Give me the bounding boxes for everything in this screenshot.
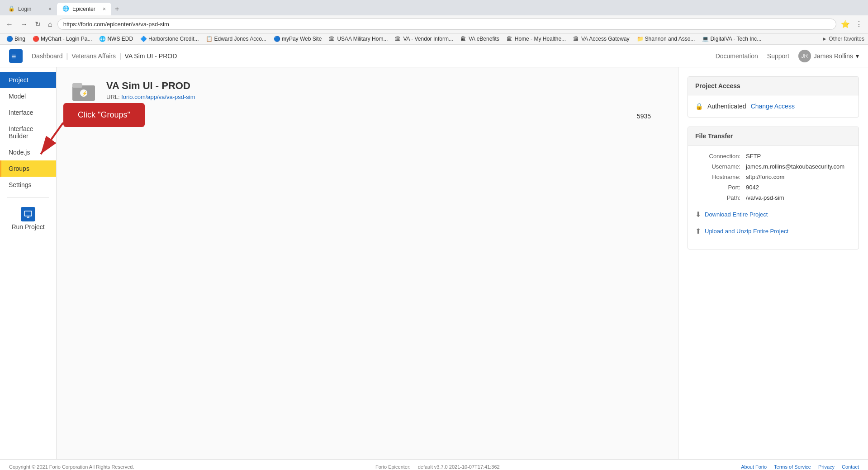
bookmark-usaa-label: USAA Military Hom... xyxy=(337,36,388,42)
breadcrumb-sep-1: | xyxy=(66,52,68,60)
tab-close-login[interactable]: × xyxy=(48,6,52,12)
tab-favicon-login: 🔒 xyxy=(8,5,15,13)
sidebar-item-interface-builder[interactable]: Interface Builder xyxy=(0,121,56,144)
main-content: Project Model Interface Interface Builde… xyxy=(0,67,868,459)
bookmark-shannon[interactable]: 📁 Shannon and Asso... xyxy=(634,35,698,43)
svg-text:≡: ≡ xyxy=(11,52,16,61)
url-text: https://forio.com/epicenter/va/va-psd-si… xyxy=(63,21,830,28)
bookmark-nws-label: NWS EDD xyxy=(107,36,133,42)
browser-tab-epicenter[interactable]: 🌐 Epicenter × xyxy=(57,3,111,15)
app-logo[interactable]: ≡ xyxy=(9,49,23,63)
back-button[interactable]: ← xyxy=(4,19,15,29)
runs-count: 5935 xyxy=(637,113,651,120)
bookmark-usaa[interactable]: 🏛 USAA Military Hom... xyxy=(326,35,390,43)
file-transfer-body: Connection: SFTP Username: james.m.rolli… xyxy=(688,146,859,249)
documentation-link[interactable]: Documentation xyxy=(716,52,758,60)
extensions-button[interactable]: ⭐ xyxy=(839,18,852,30)
bookmark-harborstone-label: Harborstone Credit... xyxy=(148,36,199,42)
change-access-link[interactable]: Change Access xyxy=(751,103,795,110)
footer-terms[interactable]: Terms of Service xyxy=(774,464,811,470)
bookmark-mychart-label: MyChart - Login Pa... xyxy=(41,36,92,42)
sidebar-run-project[interactable]: Run Project xyxy=(0,202,56,235)
bookmark-mypay-label: myPay Web Site xyxy=(282,36,322,42)
lock-icon: 🔒 xyxy=(695,103,703,110)
bookmark-va-vendor[interactable]: 🏛 VA - Vendor Inform... xyxy=(392,35,456,43)
bookmark-edwardjones[interactable]: 📋 Edward Jones Acco... xyxy=(203,35,269,43)
user-area[interactable]: JR James Rollins ▾ xyxy=(798,50,859,62)
bookmark-my-healthe[interactable]: 🏛 Home - My Healthe... xyxy=(504,35,569,43)
reload-button[interactable]: ↻ xyxy=(33,19,43,29)
bookmark-harborstone[interactable]: 🔷 Harborstone Credit... xyxy=(138,35,201,43)
project-access-body: 🔒 Authenticated Change Access xyxy=(688,95,859,117)
bookmark-va-access-gateway[interactable]: 🏛 VA Access Gateway xyxy=(570,35,632,43)
footer-links: About Forio Terms of Service Privacy Con… xyxy=(741,464,859,470)
user-name: James Rollins xyxy=(814,52,853,60)
sidebar-item-nodejs[interactable]: Node.js xyxy=(0,144,56,160)
bookmark-bing-label: Bing xyxy=(14,36,25,42)
sidebar-item-groups[interactable]: Groups xyxy=(0,160,56,177)
download-label: Download Entire Project xyxy=(705,211,768,218)
runs-label: Runs xyxy=(70,113,85,120)
port-label: Port: xyxy=(695,184,740,191)
sidebar: Project Model Interface Interface Builde… xyxy=(0,67,57,459)
breadcrumb-current: VA Sim UI - PROD xyxy=(125,52,177,60)
hostname-label: Hostname: xyxy=(695,174,740,180)
tab-close-epicenter[interactable]: × xyxy=(103,6,106,12)
connection-label: Connection: xyxy=(695,153,740,160)
project-folder-icon: ⚡ xyxy=(70,76,97,103)
footer-about-forio[interactable]: About Forio xyxy=(741,464,767,470)
sidebar-item-model[interactable]: Model xyxy=(0,88,56,104)
menu-button[interactable]: ⋮ xyxy=(854,18,864,30)
footer-center: Forio Epicenter: default v3.7.0 2021-10-… xyxy=(375,464,500,470)
app: ≡ Dashboard | Veterans Affairs | VA Sim … xyxy=(0,45,868,470)
forward-button[interactable]: → xyxy=(18,19,30,29)
hostname-value: sftp://forio.com xyxy=(746,174,784,180)
project-header: ⚡ VA Sim UI - PROD URL: forio.com/app/va… xyxy=(70,76,664,103)
browser-actions: ⭐ ⋮ xyxy=(839,18,864,30)
bookmark-va-ebenefits-label: VA eBenefits xyxy=(469,36,499,42)
bookmark-va-access-gateway-label: VA Access Gateway xyxy=(581,36,630,42)
url-bar[interactable]: https://forio.com/epicenter/va/va-psd-si… xyxy=(57,19,836,30)
monitor-icon xyxy=(24,210,33,219)
top-nav: ≡ Dashboard | Veterans Affairs | VA Sim … xyxy=(0,45,868,67)
authenticated-text: Authenticated xyxy=(707,103,746,110)
project-access-section: Project Access 🔒 Authenticated Change Ac… xyxy=(688,76,859,118)
upload-icon: ⬆ xyxy=(695,227,701,235)
bookmark-digitalva-label: DigitalVA - Tech Inc... xyxy=(710,36,761,42)
footer-contact[interactable]: Contact xyxy=(842,464,859,470)
download-entire-project-link[interactable]: ⬇ Download Entire Project xyxy=(695,208,851,221)
svg-rect-6 xyxy=(72,83,82,88)
sidebar-item-interface[interactable]: Interface xyxy=(0,104,56,121)
bookmark-mypay[interactable]: 🔵 myPay Web Site xyxy=(271,35,324,43)
footer-privacy[interactable]: Privacy xyxy=(818,464,835,470)
browser-toolbar: ← → ↻ ⌂ https://forio.com/epicenter/va/v… xyxy=(0,15,868,33)
footer-copyright: Copyright © 2021 Forio Corporation All R… xyxy=(9,464,134,470)
bookmark-va-ebenefits[interactable]: 🏛 VA eBenefits xyxy=(458,35,502,43)
breadcrumb-dashboard[interactable]: Dashboard xyxy=(32,52,63,60)
breadcrumb-veterans-affairs[interactable]: Veterans Affairs xyxy=(71,52,116,60)
hostname-row: Hostname: sftp://forio.com xyxy=(695,174,851,180)
avatar: JR xyxy=(798,50,811,62)
file-transfer-header: File Transfer xyxy=(688,127,859,146)
new-tab-button[interactable]: + xyxy=(111,3,123,15)
port-row: Port: 9042 xyxy=(695,184,851,191)
run-project-label: Run Project xyxy=(11,223,44,230)
bookmark-digitalva[interactable]: 💻 DigitalVA - Tech Inc... xyxy=(699,35,764,43)
browser-tabs: 🔒 Login × 🌐 Epicenter × + xyxy=(0,0,868,15)
browser-tab-login[interactable]: 🔒 Login × xyxy=(3,3,57,15)
upload-unzip-link[interactable]: ⬆ Upload and Unzip Entire Project xyxy=(695,225,851,237)
project-url-link[interactable]: forio.com/app/va/va-psd-sim xyxy=(121,94,195,100)
bookmark-mychart[interactable]: 🔴 MyChart - Login Pa... xyxy=(30,35,95,43)
bookmarks-more[interactable]: ► Other favorites xyxy=(822,36,864,42)
support-link[interactable]: Support xyxy=(767,52,789,60)
sidebar-item-project[interactable]: Project xyxy=(0,72,56,88)
file-transfer-section: File Transfer Connection: SFTP Username:… xyxy=(688,127,859,249)
page-content: ⚡ VA Sim UI - PROD URL: forio.com/app/va… xyxy=(57,67,678,459)
bookmark-nws[interactable]: 🌐 NWS EDD xyxy=(96,35,136,43)
home-button[interactable]: ⌂ xyxy=(46,19,55,29)
bookmark-bing[interactable]: 🔵 Bing xyxy=(4,35,28,43)
sidebar-item-settings[interactable]: Settings xyxy=(0,177,56,193)
project-icon: ⚡ xyxy=(70,76,97,103)
access-row: 🔒 Authenticated Change Access xyxy=(695,103,851,110)
stats-row: Runs 5935 xyxy=(70,113,664,120)
